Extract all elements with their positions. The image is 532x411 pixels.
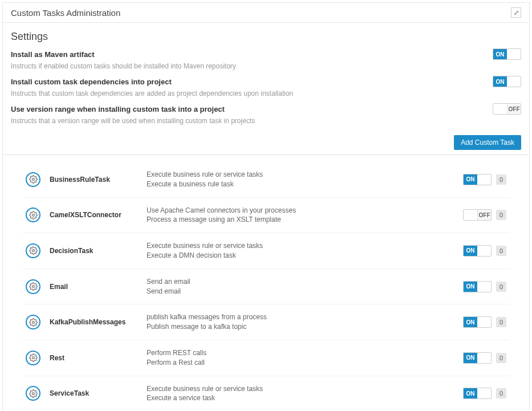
task-desc-line: Use Apache Camel connectors in your proc… — [147, 206, 463, 215]
add-button-row: Add Custom Task — [11, 131, 521, 150]
toggle-label: OFF — [507, 104, 521, 114]
add-custom-task-button[interactable]: Add Custom Task — [454, 135, 521, 150]
svg-point-4 — [32, 321, 34, 323]
toggle-label: ON — [493, 49, 507, 59]
task-controls: ON0 — [463, 388, 506, 399]
setting-desc: Instructs that custom task dependencies … — [11, 89, 521, 97]
task-row[interactable]: CamelXSLTConnectorUse Apache Camel conne… — [22, 198, 510, 234]
task-desc-line: Execute business rule or service tasks — [147, 384, 463, 394]
setting-row: Install custom task dependencies into pr… — [11, 76, 521, 87]
toggle-setting-0[interactable]: ON — [493, 48, 521, 60]
task-desc: Use Apache Camel connectors in your proc… — [147, 206, 463, 225]
setting-label: Install custom task dependencies into pr… — [11, 78, 172, 86]
panel-content: Settings Install as Maven artifactONInst… — [3, 23, 529, 411]
toggle-setting-1[interactable]: ON — [493, 76, 521, 87]
toggle-task-4[interactable]: ON — [463, 316, 492, 328]
toggle-task-5[interactable]: ON — [463, 352, 492, 364]
task-row[interactable]: RestPerform REST callsPerform a Rest cal… — [22, 340, 510, 376]
task-controls: ON0 — [463, 174, 506, 185]
task-controls: OFF0 — [463, 209, 506, 221]
setting-label: Install as Maven artifact — [11, 50, 95, 59]
gear-icon — [26, 207, 40, 222]
task-name: KafkaPublishMessages — [50, 318, 147, 326]
task-desc-line: Publish message to a kafka topic — [147, 322, 463, 332]
count-badge[interactable]: 0 — [496, 388, 506, 398]
count-badge[interactable]: 0 — [496, 353, 506, 363]
task-row[interactable]: ServiceTaskExecute business rule or serv… — [22, 376, 510, 411]
task-name: Rest — [50, 354, 147, 362]
task-desc-line: Execute a DMN decision task — [147, 251, 463, 261]
svg-point-2 — [32, 250, 34, 252]
svg-point-3 — [32, 286, 34, 288]
task-name: ServiceTask — [50, 389, 147, 397]
toggle-label: ON — [464, 388, 477, 398]
gear-icon — [26, 279, 40, 294]
toggle-label: ON — [464, 246, 477, 256]
toggle-label: ON — [464, 174, 477, 185]
task-row[interactable]: KafkaPublishMessagespublish kafka messag… — [22, 304, 510, 340]
setting-label: Use version range when installing custom… — [11, 105, 225, 113]
toggle-task-0[interactable]: ON — [463, 174, 492, 185]
task-desc-line: Execute business rule or service tasks — [147, 170, 463, 180]
setting-desc: Instructs if enabled custom tasks should… — [11, 62, 521, 70]
tasks-list: BusinessRuleTaskExecute business rule or… — [11, 155, 521, 411]
panel-header: Custom Tasks Administration ⤢ — [3, 3, 529, 23]
toggle-label: ON — [464, 317, 477, 327]
task-desc: Send an emailSend email — [147, 277, 463, 296]
gear-icon — [26, 351, 40, 365]
setting-row: Use version range when installing custom… — [11, 103, 521, 115]
task-controls: ON0 — [463, 281, 506, 292]
svg-point-6 — [32, 392, 34, 394]
setting-block: Install custom task dependencies into pr… — [11, 76, 521, 97]
task-desc-line: publish kafka messages from a process — [147, 312, 463, 322]
count-badge[interactable]: 0 — [496, 174, 506, 185]
expand-button[interactable]: ⤢ — [511, 7, 521, 18]
task-controls: ON0 — [463, 245, 506, 257]
count-badge[interactable]: 0 — [496, 210, 506, 220]
toggle-task-2[interactable]: ON — [463, 245, 492, 257]
toggle-task-1[interactable]: OFF — [463, 209, 492, 221]
task-name: DecisionTask — [50, 247, 147, 255]
task-desc: publish kafka messages from a processPub… — [147, 312, 463, 332]
task-row[interactable]: DecisionTaskExecute business rule or ser… — [22, 233, 510, 269]
toggle-label: ON — [493, 76, 507, 87]
admin-panel: Custom Tasks Administration ⤢ Settings I… — [2, 2, 530, 411]
count-badge[interactable]: 0 — [496, 282, 506, 292]
gear-icon — [26, 315, 40, 329]
task-desc-line: Execute a business rule task — [147, 180, 463, 189]
settings-title: Settings — [11, 31, 521, 43]
svg-point-1 — [32, 214, 34, 217]
task-desc: Execute business rule or service tasksEx… — [147, 241, 463, 261]
setting-desc: Instructs that a version range will be u… — [11, 117, 521, 125]
task-desc-line: Send email — [147, 287, 463, 296]
count-badge[interactable]: 0 — [496, 246, 506, 256]
task-desc: Execute business rule or service tasksEx… — [147, 384, 463, 404]
toggle-label: ON — [464, 282, 477, 292]
toggle-label: ON — [464, 353, 477, 363]
task-desc: Perform REST callsPerform a Rest call — [147, 348, 463, 368]
toggle-label: OFF — [477, 210, 491, 220]
panel-title: Custom Tasks Administration — [11, 8, 120, 18]
svg-point-5 — [32, 357, 34, 359]
gear-icon — [26, 172, 40, 187]
gear-icon — [26, 243, 40, 258]
task-desc: Execute business rule or service tasksEx… — [147, 170, 463, 189]
task-controls: ON0 — [463, 316, 506, 328]
task-desc-line: Execute business rule or service tasks — [147, 241, 463, 251]
setting-block: Use version range when installing custom… — [11, 103, 521, 125]
svg-point-0 — [32, 178, 34, 181]
toggle-task-3[interactable]: ON — [463, 281, 492, 292]
task-desc-line: Perform REST calls — [147, 348, 463, 358]
task-row[interactable]: EmailSend an emailSend emailON0 — [22, 269, 510, 305]
task-desc-line: Perform a Rest call — [147, 358, 463, 368]
count-badge[interactable]: 0 — [496, 317, 506, 327]
toggle-task-6[interactable]: ON — [463, 388, 492, 399]
task-desc-line: Process a message using an XSLT template — [147, 215, 463, 225]
task-desc-line: Execute a service task — [147, 393, 463, 403]
task-controls: ON0 — [463, 352, 506, 364]
task-name: Email — [50, 283, 147, 291]
toggle-setting-2[interactable]: OFF — [493, 103, 521, 115]
task-row[interactable]: BusinessRuleTaskExecute business rule or… — [22, 162, 510, 198]
setting-row: Install as Maven artifactON — [11, 48, 521, 60]
setting-block: Install as Maven artifactONInstructs if … — [11, 48, 521, 70]
